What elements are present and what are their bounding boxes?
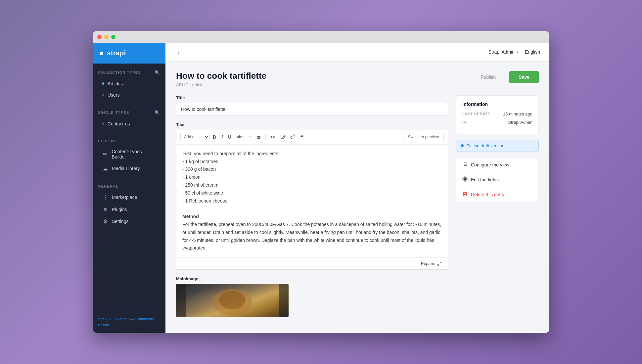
sidebar-section-plugins: PLUGINS ✏ Content-Types Builder ☁ Media … — [93, 132, 165, 178]
sidebar-item-settings[interactable]: ⚙ Settings — [98, 216, 160, 227]
contact-us-bullet — [102, 122, 104, 125]
info-card-title: Information — [462, 102, 532, 107]
sidebar-item-plugins[interactable]: ≡ Plugins — [98, 204, 160, 215]
sidebar-section-collection-types: COLLECTION TYPES 🔍 Articles Users — [93, 64, 165, 104]
minimize-dot[interactable] — [104, 35, 109, 39]
delete-entry-label: Delete this entry — [471, 192, 504, 197]
sidebar-section-single-types: SINGLE TYPES 🔍 Contact-us — [93, 104, 165, 132]
switch-to-preview-button[interactable]: Switch to preview — [403, 133, 444, 141]
sidebar-item-marketplace[interactable]: ⋮ Marketplace — [98, 192, 160, 203]
quote-button[interactable]: ❝ — [298, 133, 305, 142]
single-types-label: SINGLE TYPES — [98, 111, 129, 114]
side-panel: Information LAST UPDATE 15 minutes ago B… — [456, 95, 539, 324]
sidebar: ■ strapi COLLECTION TYPES 🔍 Articles Use… — [93, 43, 165, 333]
rich-text-toolbar: Add a title B I U abc ≡ ≣ <> — [176, 130, 448, 145]
main-panel: Title Text Add a title — [176, 95, 448, 324]
topbar-right: Strapi Admin ▾ English — [488, 49, 540, 55]
sidebar-item-media-library[interactable]: ☁ Media Library — [98, 163, 160, 174]
strapi-logo-icon: ■ — [99, 49, 104, 58]
marketplace-icon: ⋮ — [102, 194, 109, 201]
title-field-group: Title — [176, 95, 448, 115]
expand-button[interactable]: Expand — [421, 261, 442, 266]
sidebar-item-plugins-label: Plugins — [112, 207, 127, 212]
sidebar-item-content-types-builder-label: Content-Types Builder — [112, 149, 156, 159]
sidebar-item-articles-label: Articles — [108, 81, 123, 86]
delete-entry-action[interactable]: Delete this entry — [462, 187, 532, 202]
sidebar-item-content-types-builder[interactable]: ✏ Content-Types Builder — [98, 146, 160, 162]
image-overlay-right — [279, 284, 289, 317]
media-library-icon: ☁ — [102, 165, 109, 172]
strikethrough-button[interactable]: abc — [235, 133, 246, 141]
heading-select[interactable]: Add a title — [180, 133, 209, 141]
single-types-search-icon[interactable]: 🔍 — [155, 110, 160, 115]
edit-fields-icon — [462, 176, 468, 183]
italic-button[interactable]: I — [219, 133, 225, 141]
rich-text-wrapper: Add a title B I U abc ≡ ≣ <> — [176, 130, 448, 270]
publish-button[interactable]: Publish — [471, 71, 505, 83]
bold-button[interactable]: B — [211, 133, 218, 141]
sidebar-logo-text: strapi — [107, 49, 126, 57]
fullscreen-dot[interactable] — [111, 35, 115, 39]
general-label: GENERAL — [98, 184, 118, 188]
by-label: BY — [462, 120, 468, 124]
sidebar-item-articles[interactable]: Articles — [98, 78, 160, 89]
information-card: Information LAST UPDATE 15 minutes ago B… — [456, 95, 539, 134]
sidebar-item-contact-us[interactable]: Contact-us — [98, 118, 160, 129]
ordered-list-button[interactable]: ≣ — [255, 133, 263, 141]
last-update-value: 15 minutes ago — [503, 112, 532, 116]
sidebar-section-general: GENERAL ⋮ Marketplace ≡ Plugins ⚙ Settin… — [93, 178, 165, 231]
draft-text: Editing draft version — [466, 143, 504, 148]
main-area: ‹ Strapi Admin ▾ English How to cook tar… — [165, 43, 549, 333]
underline-button[interactable]: U — [226, 133, 233, 141]
draft-badge: Editing draft version — [456, 140, 539, 152]
collection-types-search-icon[interactable]: 🔍 — [155, 70, 160, 75]
sidebar-item-marketplace-label: Marketplace — [112, 195, 137, 200]
user-name: Strapi Admin — [488, 49, 515, 55]
delete-entry-icon — [462, 191, 468, 198]
articles-bullet — [102, 82, 104, 85]
text-field-group: Text Add a title B I U — [176, 122, 448, 270]
sidebar-item-users-label: Users — [108, 92, 120, 98]
close-dot[interactable] — [97, 35, 102, 39]
sidebar-footer: Strapi v3.2.0-beta.0 — Community Edition — [93, 310, 165, 333]
unordered-list-button[interactable]: ≡ — [247, 133, 253, 141]
last-update-label: LAST UPDATE — [462, 112, 490, 116]
text-content-method: Method For the tartiflette, preheat oven… — [182, 213, 442, 252]
text-field-label: Text — [176, 122, 448, 127]
content-grid: Title Text Add a title — [176, 95, 539, 324]
save-button[interactable]: Save — [509, 71, 539, 83]
svg-point-1 — [282, 136, 282, 136]
link-button[interactable] — [288, 133, 297, 141]
sidebar-item-media-library-label: Media Library — [112, 166, 140, 171]
page-header-info: How to cook tartiflette API ID : article — [176, 71, 266, 87]
code-button[interactable]: <> — [268, 133, 277, 141]
edit-fields-action[interactable]: Edit the fields — [462, 172, 532, 187]
app-window: ■ strapi COLLECTION TYPES 🔍 Articles Use… — [93, 31, 549, 333]
language-label[interactable]: English — [525, 49, 540, 55]
configure-view-label: Configure the view — [471, 162, 509, 167]
image-button[interactable] — [278, 133, 287, 141]
image-field-group: Mainimage — [176, 276, 448, 317]
by-row: BY Strapi Admin — [462, 120, 532, 125]
settings-icon: ⚙ — [102, 218, 109, 225]
back-button[interactable]: ‹ — [175, 47, 182, 57]
rich-text-content[interactable]: First, you need to prepare all of the in… — [176, 145, 448, 257]
app-body: ■ strapi COLLECTION TYPES 🔍 Articles Use… — [93, 43, 549, 333]
image-preview-inner — [176, 284, 289, 317]
configure-view-action[interactable]: Configure the view — [462, 158, 532, 172]
content-area: How to cook tartiflette API ID : article… — [165, 62, 549, 333]
svg-line-3 — [438, 264, 439, 265]
collection-types-label: COLLECTION TYPES — [98, 70, 141, 74]
sidebar-item-users[interactable]: Users — [98, 90, 160, 100]
title-field-label: Title — [176, 95, 448, 100]
titlebar — [93, 31, 549, 43]
title-input[interactable] — [176, 103, 448, 115]
configure-view-icon — [462, 161, 468, 168]
toolbar-divider-1 — [265, 134, 266, 140]
sidebar-item-settings-label: Settings — [112, 219, 129, 224]
page-header: How to cook tartiflette API ID : article… — [176, 71, 539, 87]
user-dropdown[interactable]: Strapi Admin ▾ — [488, 49, 518, 55]
header-actions: Publish Save — [471, 71, 539, 83]
topbar: ‹ Strapi Admin ▾ English — [165, 43, 549, 62]
svg-line-2 — [440, 262, 441, 263]
